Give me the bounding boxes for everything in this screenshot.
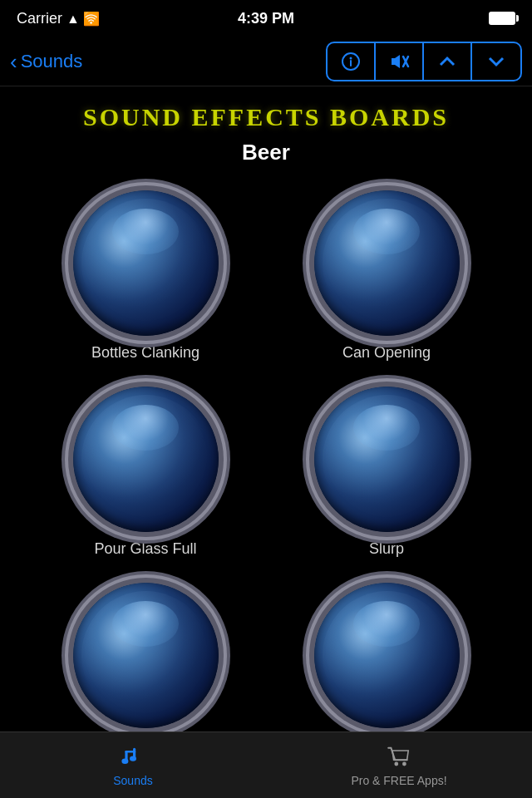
sound-label-bottles-clanking: Bottles Clanking — [91, 344, 200, 362]
nav-controls — [326, 42, 522, 81]
sound-button-can-opening[interactable] — [314, 190, 460, 336]
tab-pro-label: Pro & FREE Apps! — [351, 774, 446, 787]
sound-item-bottles-clanking[interactable]: Bottles Clanking — [33, 190, 258, 362]
sound-button-burp[interactable] — [314, 583, 460, 728]
carrier-label: Carrier ▲ 🛜 — [17, 10, 100, 27]
svg-point-11 — [394, 761, 398, 766]
up-button[interactable] — [424, 43, 472, 80]
svg-point-9 — [130, 756, 136, 761]
sound-button-slurp[interactable] — [314, 387, 460, 532]
sound-item-slurp[interactable]: Slurp — [274, 387, 499, 558]
sound-label-slurp: Slurp — [369, 540, 404, 558]
board-title: Sound Effects Boards — [17, 103, 515, 131]
cart-icon — [386, 744, 412, 771]
sound-button-pour-glass-full[interactable] — [73, 387, 219, 532]
sound-item-can-opening[interactable]: Can Opening — [274, 190, 499, 362]
tab-sounds[interactable]: Sounds — [0, 732, 266, 798]
tab-sounds-label: Sounds — [113, 774, 152, 787]
music-notes-icon — [120, 744, 146, 771]
svg-marker-3 — [392, 55, 400, 68]
sound-item-burp[interactable]: Burp — [274, 583, 499, 754]
down-button[interactable] — [472, 43, 520, 80]
svg-rect-10 — [125, 751, 135, 752]
back-chevron-icon: ‹ — [10, 51, 17, 72]
main-content: Sound Effects Boards Beer Bottles Clanki… — [0, 86, 532, 762]
nav-bar: ‹ Sounds — [0, 37, 532, 86]
status-bar: Carrier ▲ 🛜 4:39 PM — [0, 0, 532, 37]
back-button[interactable]: ‹ Sounds — [10, 51, 82, 72]
sound-item-pour-glass-full[interactable]: Pour Glass Full — [33, 387, 258, 558]
battery-icon — [489, 12, 515, 25]
sound-item-crush-can[interactable]: Crush Can on Head — [33, 583, 258, 754]
sound-label-pour-glass-full: Pour Glass Full — [94, 540, 196, 558]
tab-bar: Sounds Pro & FREE Apps! — [0, 732, 532, 798]
sound-button-crush-can[interactable] — [73, 583, 219, 728]
tab-pro[interactable]: Pro & FREE Apps! — [266, 732, 532, 798]
svg-point-12 — [402, 761, 406, 766]
svg-point-7 — [121, 758, 128, 763]
mute-button[interactable] — [376, 43, 424, 80]
sounds-grid: Bottles Clanking Can Opening Pour Glass … — [17, 182, 515, 762]
back-label: Sounds — [21, 51, 83, 72]
sound-label-can-opening: Can Opening — [342, 344, 431, 362]
category-title: Beer — [17, 140, 515, 165]
info-button[interactable] — [328, 43, 376, 80]
sound-button-bottles-clanking[interactable] — [73, 190, 219, 336]
battery-area — [489, 12, 515, 25]
time-label: 4:39 PM — [238, 10, 294, 27]
